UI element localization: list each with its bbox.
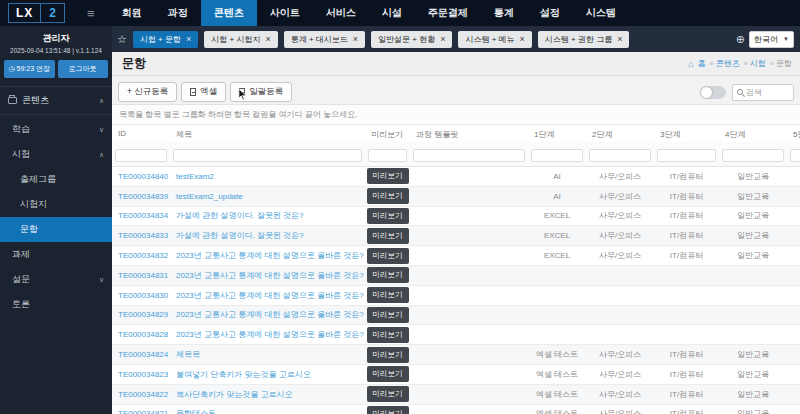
topnav-item[interactable]: 주문결제 bbox=[415, 0, 481, 26]
row-title-link[interactable]: testExam2_update bbox=[176, 192, 243, 201]
row-title-link[interactable]: 2023년 교통사고 통계에 대한 설명으로 올바른 것은? bbox=[176, 251, 364, 260]
column-header[interactable]: 1단계 bbox=[528, 125, 586, 142]
app-logo[interactable]: LX 2 bbox=[8, 3, 65, 23]
row-title-link[interactable]: 2023년 교통사고 통계에 대한 설명으로 올바른 것은? bbox=[176, 271, 364, 280]
preview-button[interactable]: 미리보기 bbox=[367, 347, 409, 363]
close-icon[interactable]: × bbox=[440, 35, 445, 44]
close-icon[interactable]: × bbox=[186, 35, 191, 44]
row-id-link[interactable]: TE000034832 bbox=[118, 251, 168, 260]
sidebar-root-contents[interactable]: 콘텐츠 ∧ bbox=[0, 86, 112, 115]
workspace-tab[interactable]: 시험 + 시험지 × bbox=[204, 31, 277, 48]
topnav-item[interactable]: 설정 bbox=[527, 0, 573, 26]
close-icon[interactable]: × bbox=[265, 35, 270, 44]
row-title-link[interactable]: 붙여넣기 단축키가 맞는것을 고르시오 bbox=[176, 370, 311, 379]
sidebar-item[interactable]: 토론 bbox=[0, 292, 112, 317]
topnav-item[interactable]: 서비스 bbox=[313, 0, 369, 26]
column-filter-input[interactable] bbox=[173, 149, 362, 162]
row-id-link[interactable]: TE000034821 bbox=[118, 409, 168, 414]
row-id-link[interactable]: TE000034822 bbox=[118, 390, 168, 399]
new-register-button[interactable]: + 신규등록 bbox=[118, 82, 177, 102]
topnav-item[interactable]: 회원 bbox=[109, 0, 155, 26]
column-filter-input[interactable] bbox=[790, 149, 800, 162]
sidebar-item[interactable]: 시험 ∧ bbox=[0, 142, 112, 167]
session-extend-button[interactable]: ◷ 59:23 연장 bbox=[4, 60, 55, 78]
column-header[interactable]: 제목 bbox=[170, 125, 365, 142]
topnav-item[interactable]: 과정 bbox=[155, 0, 201, 26]
column-filter-input[interactable] bbox=[115, 149, 167, 162]
favorite-star-icon[interactable]: ☆ bbox=[117, 33, 127, 46]
row-title-link[interactable]: 문항테스트 bbox=[176, 409, 216, 414]
column-header[interactable]: 3단계 bbox=[654, 125, 719, 142]
column-filter-input[interactable] bbox=[589, 149, 651, 162]
workspace-tab[interactable]: 통계 + 대시보드 × bbox=[284, 31, 365, 48]
close-icon[interactable]: × bbox=[353, 35, 358, 44]
topnav-item[interactable]: 통계 bbox=[481, 0, 527, 26]
topnav-item[interactable]: 시스템 bbox=[573, 0, 629, 26]
sidebar-item[interactable]: 출제그룹 bbox=[0, 167, 112, 192]
row-title-link[interactable]: 2023년 교통사고 통계에 대한 설명으로 올바른 것은? bbox=[176, 291, 364, 300]
column-filter-input[interactable] bbox=[413, 149, 525, 162]
workspace-tab[interactable]: 시스템 + 권한 그룹 × bbox=[538, 31, 630, 48]
workspace-tab[interactable]: 시험 + 문항 × bbox=[133, 31, 198, 48]
column-header[interactable]: 4단계 bbox=[719, 125, 787, 142]
preview-button[interactable]: 미리보기 bbox=[367, 287, 409, 303]
column-header[interactable]: 과정 템플릿 bbox=[410, 125, 528, 142]
column-filter-input[interactable] bbox=[722, 149, 784, 162]
sidebar-item[interactable]: 학습 ∨ bbox=[0, 117, 112, 142]
row-title-link[interactable]: 제목목 bbox=[176, 350, 200, 359]
column-filter-input[interactable] bbox=[368, 149, 407, 162]
home-icon[interactable]: ⌂ bbox=[688, 59, 693, 69]
row-id-link[interactable]: TE000034829 bbox=[118, 310, 168, 319]
logout-button[interactable]: 로그아웃 bbox=[58, 60, 109, 78]
row-id-link[interactable]: TE000034828 bbox=[118, 330, 168, 339]
hamburger-menu-icon[interactable]: ≡ bbox=[87, 6, 95, 21]
preview-button[interactable]: 미리보기 bbox=[367, 366, 409, 382]
search-toggle[interactable] bbox=[700, 86, 726, 99]
row-id-link[interactable]: TE000034840 bbox=[118, 172, 168, 181]
row-id-link[interactable]: TE000034833 bbox=[118, 231, 168, 240]
row-title-link[interactable]: 2023년 교통사고 통계에 대한 설명으로 올바른 것은? bbox=[176, 330, 364, 339]
close-icon[interactable]: × bbox=[520, 35, 525, 44]
preview-button[interactable]: 미리보기 bbox=[367, 228, 409, 244]
search-input[interactable] bbox=[746, 88, 789, 97]
row-id-link[interactable]: TE000034831 bbox=[118, 271, 168, 280]
column-header[interactable]: 미리보기 bbox=[365, 125, 410, 142]
row-title-link[interactable]: testExam2 bbox=[176, 172, 214, 181]
sidebar-item[interactable]: 문항 bbox=[0, 217, 112, 242]
sidebar-item[interactable]: 설문 ∨ bbox=[0, 267, 112, 292]
row-title-link[interactable]: 2023년 교통사고 통계에 대한 설명으로 올바른 것은? bbox=[176, 310, 364, 319]
column-header[interactable]: 5단계 bbox=[787, 125, 800, 142]
sidebar-item[interactable]: 시험지 bbox=[0, 192, 112, 217]
preview-button[interactable]: 미리보기 bbox=[367, 248, 409, 264]
preview-button[interactable]: 미리보기 bbox=[367, 267, 409, 283]
column-header[interactable]: ID bbox=[112, 125, 170, 142]
breadcrumb-link[interactable]: 콘텐츠 bbox=[716, 59, 740, 68]
preview-button[interactable]: 미리보기 bbox=[367, 208, 409, 224]
row-id-link[interactable]: TE000034823 bbox=[118, 370, 168, 379]
row-title-link[interactable]: 가설에 관한 설명이다. 잘못된 것은? bbox=[176, 211, 304, 220]
column-filter-input[interactable] bbox=[657, 149, 716, 162]
row-title-link[interactable]: 복사단축키가 맞는것을 고르시오 bbox=[176, 390, 292, 399]
topnav-item[interactable]: 콘텐츠 bbox=[201, 0, 257, 26]
row-id-link[interactable]: TE000034830 bbox=[118, 291, 168, 300]
workspace-tab[interactable]: 시스템 + 메뉴 × bbox=[458, 31, 531, 48]
preview-button[interactable]: 미리보기 bbox=[367, 327, 409, 343]
language-select[interactable]: 한국어 ▼ bbox=[749, 31, 794, 48]
preview-button[interactable]: 미리보기 bbox=[367, 386, 409, 402]
breadcrumb-link[interactable]: 시험 bbox=[750, 59, 766, 68]
close-icon[interactable]: × bbox=[617, 35, 622, 44]
column-header[interactable]: 2단계 bbox=[586, 125, 654, 142]
breadcrumb-link[interactable]: 문항 bbox=[776, 59, 792, 68]
column-filter-input[interactable] bbox=[531, 149, 583, 162]
sidebar-item[interactable]: 과제 bbox=[0, 242, 112, 267]
preview-button[interactable]: 미리보기 bbox=[367, 307, 409, 323]
preview-button[interactable]: 미리보기 bbox=[367, 168, 409, 184]
row-id-link[interactable]: TE000034839 bbox=[118, 192, 168, 201]
breadcrumb-link[interactable]: 홈 bbox=[698, 59, 706, 68]
preview-button[interactable]: 미리보기 bbox=[367, 406, 409, 414]
workspace-tab[interactable]: 일반설문 + 현황 × bbox=[371, 31, 452, 48]
excel-button[interactable]: 엑셀 bbox=[181, 82, 226, 102]
bulk-register-button[interactable]: 일괄등록 bbox=[230, 82, 292, 102]
topnav-item[interactable]: 시설 bbox=[369, 0, 415, 26]
preview-button[interactable]: 미리보기 bbox=[367, 188, 409, 204]
